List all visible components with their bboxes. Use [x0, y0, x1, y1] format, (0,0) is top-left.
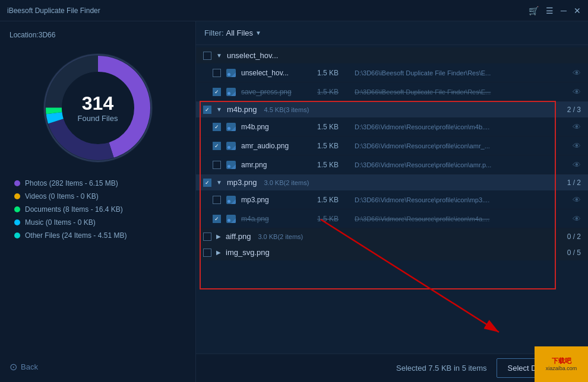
file-row: m4b.png 1.5 KB D:\3D66\Vidmore\Resource\… [196, 117, 588, 136]
file-icon-2 [226, 87, 236, 97]
file-size-4: 1.5 KB [317, 142, 350, 150]
found-files-count: 314 [78, 93, 118, 114]
file-name-5: amr.png [241, 161, 312, 169]
file-icon-5 [226, 160, 236, 170]
filter-label: Filter: [204, 28, 224, 37]
file-name-7: m4a.png [241, 215, 312, 223]
group-checkbox-aiff[interactable] [203, 233, 211, 241]
donut-chart: 314 Found Files [39, 49, 157, 167]
file-icon-4 [226, 141, 236, 151]
file-size-6: 1.5 KB [317, 196, 350, 204]
legend-music: Music (0 Items - 0 KB) [14, 218, 181, 227]
file-row: amr_audio.png 1.5 KB D:\3D66\Vidmore\Res… [196, 136, 588, 155]
group-arrow-aiff: ▶ [216, 233, 221, 240]
file-size-1: 1.5 KB [317, 69, 350, 77]
legend-dot-photos [14, 180, 20, 186]
file-icon-6 [226, 195, 236, 205]
file-name-1: unselect_hov... [241, 69, 312, 77]
filter-bar: Filter: All Files ▼ [196, 21, 588, 45]
legend-label-music: Music (0 Items - 0 KB) [25, 218, 96, 227]
file-checkbox-1[interactable] [213, 69, 221, 77]
group-header-m4b[interactable]: ▼ m4b.png 4.5 KB(3 items) 2 / 3 [196, 101, 588, 117]
main-layout: Location:3D66 314 [0, 21, 588, 382]
group-checkbox-mp3[interactable] [203, 179, 211, 187]
group-checkbox-img-svg[interactable] [203, 249, 211, 257]
file-row: m4a.png 1.5 KB D:\3D66\Vidmore\Resource\… [196, 209, 588, 228]
group-arrow-unselect-hov: ▼ [216, 52, 222, 59]
file-row: unselect_hov... 1.5 KB D:\3D66\iBeesoft … [196, 63, 588, 82]
legend-label-documents: Documents (8 Items - 16.4 KB) [25, 205, 123, 214]
eye-icon-5[interactable]: 👁 [573, 160, 581, 170]
bottom-bar: Selected 7.5 KB in 5 items Select Duplic… [196, 354, 588, 382]
file-path-2: D:\3D66\iBeesoft Duplicate File Finder\R… [355, 88, 568, 95]
group-name-m4b: m4b.png [227, 105, 257, 114]
legend-label-other: Other Files (24 Items - 4.51 MB) [25, 231, 127, 240]
group-checkbox-m4b[interactable] [203, 106, 211, 114]
filter-dropdown[interactable]: All Files ▼ [226, 28, 261, 37]
watermark-text-line2: xiazaiba.com [546, 365, 577, 371]
group-header-aiff[interactable]: ▶ aiff.png 3.0 KB(2 items) 0 / 2 [196, 228, 588, 244]
file-checkbox-6[interactable] [213, 196, 221, 204]
file-row: save_press.png 1.5 KB D:\3D66\iBeesoft D… [196, 82, 588, 101]
group-arrow-mp3: ▼ [216, 179, 222, 186]
donut-center: 314 Found Files [78, 93, 118, 123]
file-name-3: m4b.png [241, 123, 312, 131]
right-panel: Filter: All Files ▼ ▼ unselect_hov... un… [196, 21, 588, 382]
eye-icon-6[interactable]: 👁 [573, 195, 581, 205]
back-button[interactable]: ⊙ Back [10, 361, 38, 373]
legend-dot-music [14, 219, 20, 225]
file-checkbox-7[interactable] [213, 215, 221, 223]
file-path-5: D:\3D66\Vidmore\Resource\profile\icon\am… [355, 161, 568, 168]
legend-dot-videos [14, 193, 20, 199]
group-name-mp3: mp3.png [227, 178, 257, 187]
selected-info: Selected 7.5 KB in 5 items [396, 364, 486, 373]
legend-other: Other Files (24 Items - 4.51 MB) [14, 231, 181, 240]
menu-icon[interactable]: ☰ [546, 6, 554, 15]
group-arrow-m4b: ▼ [216, 106, 222, 113]
file-path-7: D:\3D66\Vidmore\Resource\profile\icon\m4… [355, 215, 568, 222]
file-checkbox-3[interactable] [213, 123, 221, 131]
group-info-aiff: 3.0 KB(2 items) [258, 233, 303, 240]
window-controls: 🛒 ☰ ─ ✕ [529, 6, 581, 15]
file-checkbox-5[interactable] [213, 161, 221, 169]
eye-icon-1[interactable]: 👁 [573, 68, 581, 78]
eye-icon-2[interactable]: 👁 [573, 87, 581, 97]
watermark: 下载吧 xiazaiba.com [535, 346, 588, 382]
file-name-6: mp3.png [241, 196, 312, 204]
group-name-unselect-hov: unselect_hov... [227, 51, 278, 60]
group-header-img-svg[interactable]: ▶ img_svg.png 0 / 5 [196, 244, 588, 260]
file-size-2: 1.5 KB [317, 88, 350, 96]
cart-icon[interactable]: 🛒 [529, 6, 539, 15]
group-header-mp3[interactable]: ▼ mp3.png 3.0 KB(2 items) 1 / 2 [196, 174, 588, 190]
file-name-2: save_press.png [241, 88, 312, 96]
legend-label-videos: Videos (0 Items - 0 KB) [25, 192, 99, 200]
file-path-6: D:\3D66\Vidmore\Resource\profile\icon\mp… [355, 196, 568, 203]
eye-icon-3[interactable]: 👁 [573, 122, 581, 132]
legend-documents: Documents (8 Items - 16.4 KB) [14, 205, 181, 214]
file-name-4: amr_audio.png [241, 142, 312, 150]
close-icon[interactable]: ✕ [574, 6, 581, 15]
eye-icon-7[interactable]: 👁 [573, 214, 581, 224]
legend-label-photos: Photos (282 Items - 6.15 MB) [25, 179, 118, 187]
minimize-icon[interactable]: ─ [561, 6, 567, 15]
file-size-7: 1.5 KB [317, 215, 350, 223]
file-size-5: 1.5 KB [317, 161, 350, 169]
chevron-down-icon: ▼ [255, 30, 261, 36]
app-title: iBeesoft Duplicate File Finder [7, 7, 100, 15]
group-info-m4b: 4.5 KB(3 items) [264, 106, 309, 113]
file-list: ▼ unselect_hov... unselect_hov... 1.5 KB… [196, 45, 588, 354]
file-path-4: D:\3D66\Vidmore\Resource\profile\icon\am… [355, 142, 568, 149]
group-checkbox-unselect-hov[interactable] [203, 52, 211, 60]
found-files-label: Found Files [78, 114, 118, 123]
back-circle-icon: ⊙ [10, 361, 17, 373]
file-checkbox-2[interactable] [213, 88, 221, 96]
group-header-unselect-hov[interactable]: ▼ unselect_hov... [196, 47, 588, 63]
legend-dot-other [14, 233, 20, 238]
eye-icon-4[interactable]: 👁 [573, 141, 581, 151]
group-count-m4b: 2 / 3 [567, 106, 581, 114]
file-row: mp3.png 1.5 KB D:\3D66\Vidmore\Resource\… [196, 190, 588, 209]
group-name-aiff: aiff.png [226, 232, 251, 241]
filter-value: All Files [226, 28, 254, 37]
file-checkbox-4[interactable] [213, 142, 221, 150]
file-path-1: D:\3D66\iBeesoft Duplicate File Finder\R… [355, 69, 568, 77]
